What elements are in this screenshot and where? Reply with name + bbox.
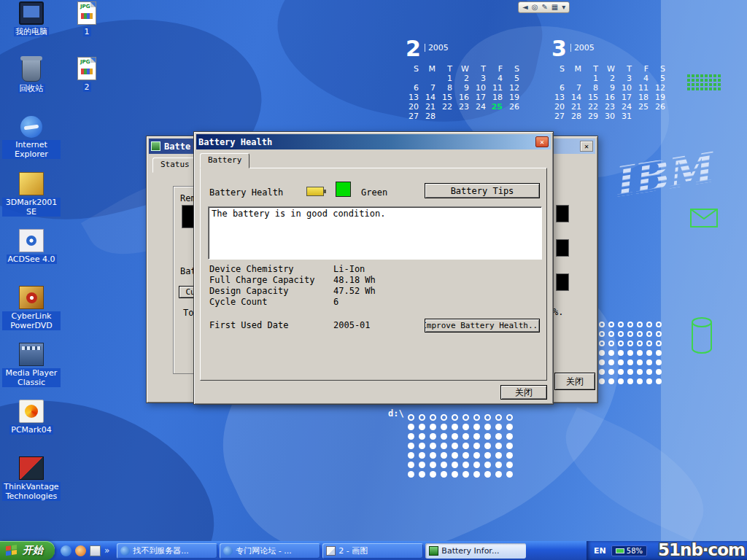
keyboard-icon[interactable]: ▦ [551, 3, 558, 12]
cylinder-icon [690, 316, 715, 356]
desktop-icon-pcmark[interactable]: PCMark04 [1, 400, 61, 456]
calendar-day-header: S [551, 64, 568, 74]
calendar-day: 12 [506, 83, 523, 93]
battery-tips-button[interactable]: Battery Tips [425, 183, 540, 198]
desktop-icon-label: CyberLink PowerDVD [2, 311, 61, 330]
mail-icon[interactable] [90, 545, 101, 556]
calendar-day-header: W [602, 64, 619, 74]
menu-icon[interactable]: ▾ [562, 3, 565, 12]
battery-icon [306, 187, 324, 196]
chevron-icon[interactable]: » [104, 545, 109, 556]
window-title: Batte [164, 141, 190, 152]
calendar-month-number: 3 [551, 38, 567, 60]
calendar-day: 12 [652, 83, 669, 93]
calendar-day: 20 [551, 102, 568, 112]
tvt-icon [19, 456, 44, 480]
ime-icons: ◄◎✎▦▾ [522, 3, 565, 12]
desktop-icon-3dmark[interactable]: 3DMark2001 SE [1, 172, 61, 229]
taskbar-task[interactable]: 找不到服务器... [117, 543, 217, 559]
calendar-day: 13 [551, 93, 568, 102]
calendar-day-header: M [568, 64, 585, 74]
calendar-day-header: F [489, 64, 506, 74]
calendar-day: 16 [456, 93, 473, 102]
tab-battery[interactable]: Battery [200, 153, 249, 168]
calendar-day [652, 112, 669, 121]
start-button[interactable]: 开始 [0, 541, 55, 560]
desktop-icon-tvt[interactable]: ThinkVantage Technologies [1, 456, 61, 513]
improve-battery-health-button[interactable]: Improve Battery Health... [425, 319, 540, 332]
battery-tray-icon [616, 548, 624, 553]
powerdvd-icon [19, 286, 44, 309]
pen-icon[interactable]: ✎ [541, 3, 547, 12]
battery-status-swatch [336, 182, 351, 197]
calendar-day: 1 [439, 74, 456, 83]
file-icon-jpg-2[interactable]: JPG2 [69, 57, 105, 112]
acdsee-icon [19, 229, 44, 252]
close-icon[interactable] [580, 141, 593, 152]
desktop-icon-label: ThinkVantage Technologies [2, 482, 61, 501]
calendar-day: 23 [602, 102, 619, 112]
taskbar-task[interactable]: 专门网论坛 - ... [220, 543, 320, 559]
calendar-day: 27 [551, 112, 568, 121]
battery-status-text: Green [361, 187, 387, 198]
media-player-icon[interactable] [75, 545, 86, 556]
calendar-day: 28 [568, 112, 585, 121]
wallpaper-dots-grid [406, 413, 515, 479]
desktop-icon-powerdvd[interactable]: CyberLink PowerDVD [1, 286, 61, 343]
calendar-day: 21 [422, 102, 439, 112]
desktop-icon-ie[interactable]: Internet Explorer [1, 115, 61, 172]
tab-strip: Battery [196, 153, 551, 168]
desktop: IBM d:\ 2 2005 SMTWTFS123456789101112131… [0, 0, 747, 560]
dialog-close-button[interactable]: 关闭 [500, 385, 547, 400]
field-value: 6 [333, 297, 338, 308]
calendar-day: 11 [635, 83, 652, 93]
task-label: 专门网论坛 - ... [236, 545, 291, 556]
window-close-button[interactable]: 关闭 [554, 373, 595, 390]
dialog-titlebar[interactable]: Battery Health [196, 134, 551, 149]
close-icon[interactable] [535, 136, 549, 147]
calendar-day [422, 74, 439, 83]
desktop-icon-acdsee[interactable]: ACDSee 4.0 [1, 229, 61, 286]
field-label: Full Charge Capacity [209, 275, 333, 286]
calendar-day-header: S [406, 64, 422, 74]
field-row: Design Capacity47.52 Wh [209, 286, 376, 297]
cd-icon[interactable]: ◎ [532, 3, 538, 12]
calendar-day: 14 [422, 93, 439, 102]
condition-textbox[interactable]: The battery is in good condition. [208, 206, 542, 260]
calendar-day: 24 [473, 102, 489, 112]
calendar-day: 19 [652, 93, 669, 102]
calendar-day: 24 [619, 102, 635, 112]
tab-status[interactable]: Status [152, 158, 198, 173]
task-label: Battery Infor... [441, 546, 499, 556]
desktop-icon-column: 我的电脑回收站Internet Explorer3DMark2001 SEACD… [1, 1, 61, 513]
desktop-icon-recycle[interactable]: 回收站 [1, 58, 61, 115]
speaker-icon[interactable]: ◄ [522, 3, 528, 12]
file-icon-jpg-1[interactable]: JPG1 [69, 1, 105, 57]
taskbar-task[interactable]: 2 - 画图 [322, 543, 423, 559]
ime-language-bar[interactable]: ◄◎✎▦▾ [518, 1, 570, 13]
calendar-day: 19 [506, 93, 523, 102]
desktop-icon-mpc[interactable]: Media Player Classic [1, 343, 61, 400]
calendar-day [635, 112, 652, 121]
field-value: 48.18 Wh [333, 275, 376, 286]
recycle-icon [22, 58, 41, 82]
ie-icon[interactable] [61, 545, 71, 556]
percent-label: %. [553, 307, 563, 317]
calendar-day: 8 [585, 83, 602, 93]
battery-tray-indicator[interactable]: 58% [611, 545, 647, 556]
taskbar-task[interactable]: Battery Infor... [425, 543, 526, 559]
calendar-day: 9 [602, 83, 619, 93]
field-row: Full Charge Capacity48.18 Wh [209, 275, 376, 286]
desktop-icon-label: 3DMark2001 SE [2, 198, 61, 217]
calendar-day [406, 74, 422, 83]
language-indicator[interactable]: EN [594, 546, 606, 556]
battery-health-dialog[interactable]: Battery Health Battery Battery Health Gr… [193, 131, 554, 405]
calendar-day: 22 [439, 102, 456, 112]
desktop-icon-computer[interactable]: 我的电脑 [1, 1, 61, 58]
calendar-day: 25 [635, 102, 652, 112]
desktop-icon-label: Media Player Classic [2, 368, 61, 387]
calendar-day: 4 [489, 74, 506, 83]
file-icon-label: 2 [83, 82, 91, 92]
calendar-day: 18 [489, 93, 506, 102]
battery-icon [429, 546, 438, 556]
